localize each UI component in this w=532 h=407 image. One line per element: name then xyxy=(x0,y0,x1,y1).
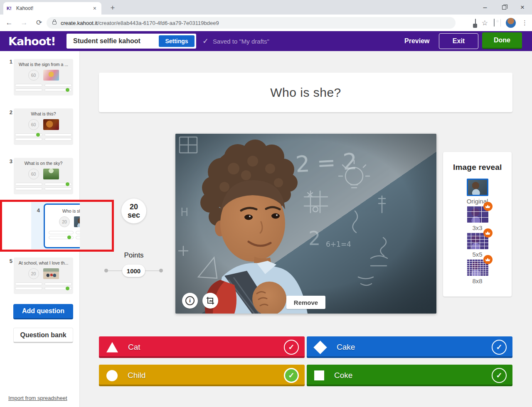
chalkboard-illustration: 2 = 2 2 6+1=4 H xyxy=(175,134,436,314)
sidebar-question-3[interactable]: What is on the sky? 60 xyxy=(14,158,73,194)
points-value-pill[interactable]: 1000 xyxy=(122,265,145,277)
mark-correct-toggle[interactable]: ✓ xyxy=(492,340,507,355)
sidebar-question-1[interactable]: What is the sign from a ... 60 xyxy=(14,59,73,96)
image-reveal-title: Image reveal xyxy=(453,163,512,172)
tab-close-icon[interactable]: × xyxy=(91,5,98,12)
premium-crown-icon xyxy=(483,255,493,264)
diamond-shape-icon xyxy=(313,341,327,354)
reveal-option-8x8[interactable]: 8x8 xyxy=(443,259,512,284)
timer-badge: 20 xyxy=(59,216,70,227)
done-button[interactable]: Done xyxy=(482,32,522,49)
reveal-option-5x5[interactable]: 5x5 xyxy=(443,233,512,258)
question-sidebar: 1 What is the sign from a ... 60 2 What … xyxy=(0,51,80,407)
browser-menu-icon[interactable]: ⋮ xyxy=(522,19,528,27)
profile-avatar[interactable] xyxy=(506,18,516,28)
add-question-button[interactable]: Add question xyxy=(13,304,73,319)
reveal-label: 5x5 xyxy=(472,251,482,258)
toolbar-right-icons: ☆ ⋮ xyxy=(475,15,532,31)
saved-check-icon: ✓ xyxy=(202,37,209,46)
answer-bars xyxy=(14,84,73,91)
timer-badge: 60 xyxy=(28,169,39,179)
screenshot-camera-icon[interactable] xyxy=(494,19,495,27)
question-thumbnail xyxy=(43,70,59,81)
question-number: 3 xyxy=(7,158,12,164)
translate-icon[interactable] xyxy=(475,19,476,27)
triangle-shape-icon xyxy=(106,342,118,353)
question-thumbnail xyxy=(43,119,59,130)
sidebar-question-5[interactable]: At school, what I love th... 20 xyxy=(14,257,73,294)
answer-tile-cake[interactable]: Cake ✓ xyxy=(307,336,512,358)
question-title-card[interactable]: Who is she? xyxy=(99,73,512,112)
answer-tile-cat[interactable]: Cat ✓ xyxy=(99,336,305,358)
window-close-button[interactable]: × xyxy=(513,0,532,15)
lock-icon xyxy=(52,21,57,25)
preview-button[interactable]: Preview xyxy=(397,31,437,51)
image-info-button[interactable]: i xyxy=(182,293,198,309)
question-editor: Who is she? 20 sec Points 1000 xyxy=(80,51,532,407)
window-minimize-button[interactable]: – xyxy=(475,0,495,15)
kahoot-title[interactable]: Student selfie kahoot xyxy=(73,37,159,45)
reveal-label: 3x3 xyxy=(472,224,482,231)
mark-correct-toggle[interactable]: ✓ xyxy=(284,340,299,355)
import-from-spreadsheet-link[interactable]: Import from spreadsheet xyxy=(8,395,67,401)
new-tab-button[interactable]: + xyxy=(107,2,118,13)
back-button[interactable]: ← xyxy=(3,17,15,29)
window-restore-button[interactable] xyxy=(495,0,514,15)
answer-bars xyxy=(14,133,73,141)
question-number: 1 xyxy=(7,59,12,65)
image-crop-button[interactable] xyxy=(202,293,218,309)
kahoot-creator-page: K! Kahoot! × + – × ← → ⟳ create.kahoot.i… xyxy=(0,0,532,407)
reveal-thumbnail xyxy=(467,233,488,249)
question-title: At school, what I love th... xyxy=(14,260,73,265)
sidebar-question-2[interactable]: What is this? 60 xyxy=(14,108,73,145)
reveal-thumbnail xyxy=(467,206,488,223)
answer-label: Cake xyxy=(337,343,492,352)
bookmark-star-icon[interactable]: ☆ xyxy=(482,20,488,27)
crop-icon xyxy=(206,297,214,305)
url-bar[interactable]: create.kahoot.it/creator/e8ab443a-6170-4… xyxy=(47,17,456,29)
square-shape-icon xyxy=(314,370,324,380)
answer-label: Child xyxy=(128,371,284,380)
kahoot-logo[interactable]: Kahoot! xyxy=(8,35,56,48)
reveal-option-original[interactable]: Original xyxy=(443,179,512,205)
reveal-option-3x3[interactable]: 3x3 xyxy=(443,206,512,231)
slider-end-dot xyxy=(104,269,108,272)
settings-button[interactable]: Settings xyxy=(159,35,195,47)
question-thumbnail xyxy=(43,268,59,279)
circle-shape-icon xyxy=(106,370,118,381)
app-header: Kahoot! Student selfie kahoot Settings ✓… xyxy=(0,31,532,51)
question-bank-button[interactable]: Question bank xyxy=(13,328,73,343)
browser-tab[interactable]: K! Kahoot! × xyxy=(3,2,101,15)
timer-setting-button[interactable]: 20 sec xyxy=(121,199,146,223)
question-image[interactable]: 2 = 2 2 6+1=4 H xyxy=(175,134,436,314)
reload-button[interactable]: ⟳ xyxy=(33,17,45,29)
kahoot-favicon-icon: K! xyxy=(7,5,13,12)
timer-value: 20 xyxy=(130,203,138,211)
question-title: What is this? xyxy=(14,111,73,116)
points-label: Points xyxy=(115,251,153,260)
info-icon: i xyxy=(185,296,195,305)
answer-label: Coke xyxy=(334,371,492,380)
exit-button[interactable]: Exit xyxy=(439,33,478,49)
answer-tile-coke[interactable]: Coke ✓ xyxy=(307,365,512,386)
timer-badge: 60 xyxy=(28,70,39,81)
reveal-thumbnail xyxy=(467,179,488,196)
timer-unit: sec xyxy=(128,211,140,219)
saved-text: Saved to "My drafts" xyxy=(213,38,269,45)
premium-crown-icon xyxy=(483,228,493,238)
tab-title: Kahoot! xyxy=(16,5,91,11)
question-number: 4 xyxy=(34,207,40,213)
correct-answer-check[interactable]: ✓ xyxy=(284,368,299,383)
kahoot-title-box[interactable]: Student selfie kahoot Settings xyxy=(66,34,196,49)
remove-image-button[interactable]: Remove xyxy=(286,296,325,309)
answer-tile-child[interactable]: Child ✓ xyxy=(99,365,305,386)
answers-grid: Cat ✓ Cake ✓ Child ✓ Coke ✓ xyxy=(99,336,512,386)
chalk-equation: 2 = 2 xyxy=(295,148,357,177)
toolbar-divider xyxy=(500,19,501,27)
question-number: 5 xyxy=(7,258,12,264)
forward-button[interactable]: → xyxy=(18,17,30,29)
mark-correct-toggle[interactable]: ✓ xyxy=(492,368,507,383)
slider-end-dot xyxy=(159,269,163,272)
reveal-thumbnail xyxy=(467,259,488,276)
chalk-number: 2 xyxy=(308,227,320,250)
